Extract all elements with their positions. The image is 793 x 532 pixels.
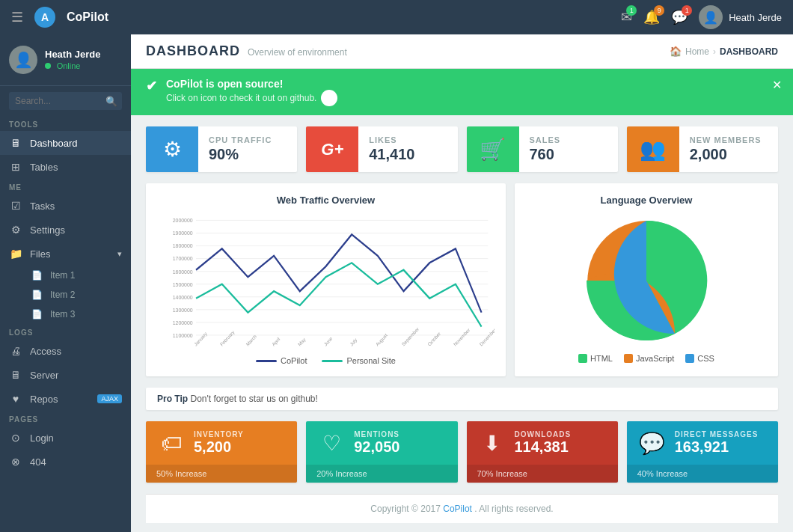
charts-row: Web Traffic Overview <box>146 183 778 376</box>
breadcrumb-home[interactable]: Home <box>685 46 709 57</box>
access-icon: 🖨 <box>9 345 22 357</box>
sidebar-item-access[interactable]: 🖨 Access <box>0 339 131 363</box>
footer-text: Copyright © 2017 <box>370 504 441 514</box>
bottom-card-mentions: ♡ MENTIONS 92,050 20% Increase <box>306 421 457 483</box>
svg-text:May: May <box>297 336 307 347</box>
copilot-legend-dot <box>256 360 277 362</box>
line-chart-legend: CoPilot Personal Site <box>157 356 495 365</box>
section-me: ME <box>0 179 131 194</box>
sidebar-item-item3[interactable]: 📄 Item 3 <box>9 305 131 324</box>
sidebar-item-login[interactable]: ⊙ Login <box>0 426 131 450</box>
html-legend-label: HTML <box>590 354 613 363</box>
members-label: NEW MEMBERS <box>690 135 768 144</box>
css-legend-label: CSS <box>697 354 714 363</box>
sidebar-label-files: Files <box>30 248 50 260</box>
svg-text:July: July <box>349 337 359 348</box>
downloads-footer: 70% Increase <box>467 465 618 483</box>
chat-icon-wrap[interactable]: 💬 1 <box>671 9 688 25</box>
svg-text:August: August <box>375 332 389 348</box>
bottom-cards: 🏷 INVENTORY 5,200 50% Increase ♡ MENTION… <box>146 421 778 483</box>
svg-text:1200000: 1200000 <box>173 319 193 325</box>
pro-tip: Pro Tip Don't forget to star us on githu… <box>146 388 778 410</box>
sidebar-label-settings: Settings <box>30 224 65 236</box>
sales-info: SALES 760 <box>519 126 618 172</box>
stat-cards: ⚙ CPU TRAFFIC 90% G+ LIKES 41,410 <box>146 126 778 172</box>
personal-legend-label: Personal Site <box>346 356 395 365</box>
bell-icon-wrap[interactable]: 🔔 9 <box>643 9 660 25</box>
stat-card-cpu: ⚙ CPU TRAFFIC 90% <box>146 126 297 172</box>
sidebar-item-settings[interactable]: ⚙ Settings <box>0 218 131 242</box>
messages-label: DIRECT MESSAGES <box>675 430 768 438</box>
main-content: DASHBOARD Overview of environment 🏠 Home… <box>131 34 793 532</box>
line-chart-card: Web Traffic Overview <box>146 183 506 376</box>
sidebar-label-tables: Tables <box>30 162 58 173</box>
home-icon: 🏠 <box>670 46 682 57</box>
cart-icon: 🛒 <box>480 137 506 162</box>
settings-icon: ⚙ <box>9 224 22 236</box>
mentions-label: MENTIONS <box>354 430 447 438</box>
sidebar-item-tables[interactable]: ⊞ Tables <box>0 155 131 179</box>
sidebar-label-item2: Item 2 <box>50 290 75 300</box>
svg-text:June: June <box>322 335 333 347</box>
sidebar-user: 👤 Heath Jerde Online <box>0 34 131 86</box>
svg-text:October: October <box>426 331 441 347</box>
page-subtitle: Overview of environment <box>248 47 347 58</box>
repos-icon: ♥ <box>9 393 22 405</box>
sidebar-item-dashboard[interactable]: 🖥 Dashboard <box>0 131 131 155</box>
members-info: NEW MEMBERS 2,000 <box>679 126 778 172</box>
section-logs: LOGS <box>0 324 131 339</box>
pie-legend: HTML JavaScript CSS <box>526 354 767 363</box>
sidebar-item-tasks[interactable]: ☑ Tasks <box>0 194 131 218</box>
bottom-card-mentions-top: ♡ MENTIONS 92,050 <box>306 421 457 465</box>
breadcrumb-current: DASHBOARD <box>720 46 778 57</box>
alert-close-button[interactable]: ✕ <box>772 78 782 92</box>
svg-text:February: February <box>219 328 236 347</box>
likes-value: 41,410 <box>369 146 447 163</box>
sidebar-item-item1[interactable]: 📄 Item 1 <box>9 266 131 285</box>
mail-icon-wrap[interactable]: ✉ 1 <box>621 9 632 25</box>
item1-icon: 📄 <box>31 270 43 281</box>
messages-footer: 40% Increase <box>627 465 778 483</box>
mail-badge: 1 <box>626 5 637 16</box>
top-nav: ☰ A CoPilot ✉ 1 🔔 9 💬 1 👤 Heath Jerde <box>0 0 793 34</box>
alert-banner: ✔ CoPilot is open source! Click on icon … <box>131 69 793 115</box>
mentions-footer: 20% Increase <box>306 465 457 483</box>
svg-text:April: April <box>271 336 281 347</box>
personal-legend-dot <box>322 360 343 362</box>
svg-text:1300000: 1300000 <box>173 306 193 313</box>
sidebar-label-item3: Item 3 <box>50 309 75 319</box>
bottom-card-downloads-top: ⬇ DOWNLOADS 114,381 <box>467 421 618 465</box>
svg-text:1700000: 1700000 <box>173 255 193 262</box>
sidebar-label-tasks: Tasks <box>30 201 55 212</box>
search-icon: 🔍 <box>105 96 117 107</box>
downloads-label: DOWNLOADS <box>515 430 607 438</box>
messages-icon: 💬 <box>637 431 667 456</box>
user-menu[interactable]: 👤 Heath Jerde <box>699 5 782 29</box>
sidebar-item-repos[interactable]: ♥ Repos AJAX <box>0 387 131 411</box>
sidebar-item-server[interactable]: 🖥 Server <box>0 363 131 387</box>
alert-heading: CoPilot is open source! <box>166 78 337 90</box>
item2-icon: 📄 <box>31 290 43 300</box>
sidebar-item-404[interactable]: ⊗ 404 <box>0 450 131 474</box>
sidebar-label-login: Login <box>30 432 54 444</box>
downloads-info: DOWNLOADS 114,381 <box>515 430 607 456</box>
sales-label: SALES <box>530 135 607 144</box>
inventory-info: INVENTORY 5,200 <box>194 430 287 456</box>
item3-icon: 📄 <box>31 309 43 319</box>
github-icon[interactable]: ⊕ <box>321 90 337 106</box>
members-icon-box: 👥 <box>627 126 679 172</box>
online-dot <box>45 63 51 69</box>
line-chart-title: Web Traffic Overview <box>157 195 495 206</box>
stat-card-sales: 🛒 SALES 760 <box>467 126 618 172</box>
breadcrumb-separator: › <box>713 46 716 57</box>
googleplus-icon: G+ <box>321 140 343 159</box>
svg-text:1600000: 1600000 <box>173 268 193 275</box>
sidebar-item-files[interactable]: 📁 Files ▾ <box>0 242 131 266</box>
sidebar-item-item2[interactable]: 📄 Item 2 <box>9 285 131 305</box>
pro-tip-text: Don't forget to star us on github! <box>190 394 317 404</box>
footer-brand-link[interactable]: CoPilot <box>443 504 472 514</box>
hamburger-icon[interactable]: ☰ <box>11 9 23 25</box>
layout: 👤 Heath Jerde Online 🔍 TOOLS 🖥 Dashboard… <box>0 34 793 532</box>
messages-value: 163,921 <box>675 438 768 456</box>
inventory-footer: 50% Increase <box>146 465 297 483</box>
